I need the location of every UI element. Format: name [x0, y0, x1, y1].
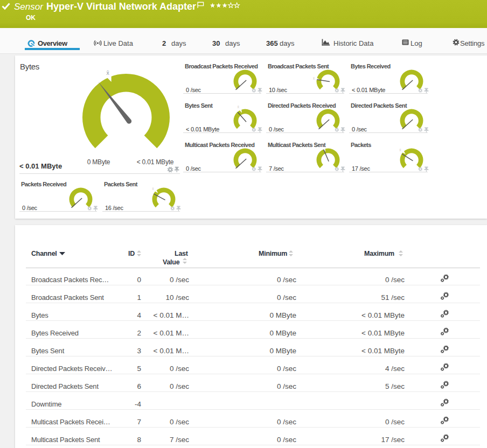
svg-text:x̄: x̄: [399, 148, 401, 152]
svg-text:x̄: x̄: [106, 69, 109, 76]
svg-text:x̄: x̄: [152, 187, 154, 191]
svg-text:x̄: x̄: [313, 76, 315, 80]
svg-text:x̄: x̄: [237, 105, 239, 109]
svg-text:x̄: x̄: [321, 144, 323, 148]
